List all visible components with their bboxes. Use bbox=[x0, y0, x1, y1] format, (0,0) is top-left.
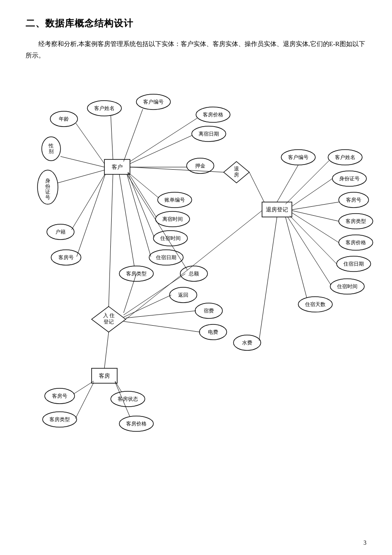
svg-line-2 bbox=[76, 123, 104, 164]
er-diagram: text { font-family: 'SimSun','STSong',se… bbox=[26, 74, 375, 458]
svg-text:水费: 水费 bbox=[242, 340, 252, 346]
svg-text:号: 号 bbox=[45, 194, 50, 200]
svg-line-84 bbox=[288, 217, 331, 285]
svg-line-27 bbox=[130, 118, 197, 162]
svg-text:客房价格: 客房价格 bbox=[346, 240, 366, 246]
svg-text:退: 退 bbox=[234, 166, 239, 172]
svg-text:客房类型: 客房类型 bbox=[49, 416, 70, 422]
intro-paragraph: 经考察和分析,本案例客房管理系统包括以下实体：客户实体、客房实体、操作员实体、退… bbox=[26, 38, 366, 61]
svg-line-58 bbox=[249, 172, 266, 206]
svg-text:客房号: 客房号 bbox=[52, 393, 67, 399]
svg-text:客户姓名: 客户姓名 bbox=[335, 154, 355, 160]
svg-line-72 bbox=[292, 202, 339, 210]
svg-text:客房号: 客房号 bbox=[58, 254, 74, 260]
svg-line-5 bbox=[111, 116, 113, 159]
svg-line-107 bbox=[104, 332, 109, 368]
svg-line-98 bbox=[126, 311, 196, 318]
svg-line-116 bbox=[115, 381, 121, 392]
svg-text:电费: 电费 bbox=[208, 329, 218, 335]
svg-text:客房: 客房 bbox=[99, 373, 110, 379]
svg-text:客房价格: 客房价格 bbox=[126, 421, 147, 427]
svg-text:年龄: 年龄 bbox=[59, 116, 69, 122]
svg-text:客房状态: 客房状态 bbox=[118, 396, 138, 402]
svg-text:房: 房 bbox=[234, 172, 239, 178]
svg-line-39 bbox=[128, 172, 156, 217]
svg-text:住宿天数: 住宿天数 bbox=[305, 301, 326, 307]
svg-text:户籍: 户籍 bbox=[55, 229, 66, 235]
svg-line-75 bbox=[292, 211, 339, 221]
svg-line-69 bbox=[292, 179, 332, 206]
svg-text:客户姓名: 客户姓名 bbox=[94, 105, 115, 111]
svg-text:入 住: 入 住 bbox=[103, 312, 115, 318]
svg-text:客户编号: 客户编号 bbox=[288, 154, 308, 160]
svg-line-66 bbox=[285, 161, 329, 204]
svg-text:客户编号: 客户编号 bbox=[143, 99, 164, 105]
svg-text:总额: 总额 bbox=[188, 271, 199, 277]
svg-text:住宿时间: 住宿时间 bbox=[337, 283, 357, 289]
svg-line-48 bbox=[119, 174, 134, 266]
svg-line-92 bbox=[126, 211, 262, 319]
svg-line-91 bbox=[109, 174, 113, 306]
svg-text:性: 性 bbox=[48, 143, 54, 149]
svg-text:证: 证 bbox=[45, 189, 50, 195]
svg-text:身份证号: 身份证号 bbox=[339, 176, 360, 182]
svg-text:退房登记: 退房登记 bbox=[266, 206, 288, 213]
svg-line-42 bbox=[128, 173, 154, 237]
svg-line-113 bbox=[75, 382, 94, 419]
page-number: 3 bbox=[363, 540, 366, 546]
svg-line-24 bbox=[77, 174, 105, 257]
svg-text:离宿日期: 离宿日期 bbox=[199, 131, 219, 137]
svg-text:离宿时间: 离宿时间 bbox=[162, 216, 183, 222]
svg-line-21 bbox=[72, 174, 105, 230]
svg-line-101 bbox=[124, 321, 200, 332]
svg-text:宿费: 宿费 bbox=[204, 308, 214, 314]
svg-text:登记: 登记 bbox=[104, 319, 114, 325]
svg-line-110 bbox=[74, 381, 94, 394]
entity-customer-label: 客户 bbox=[112, 164, 123, 170]
svg-line-36 bbox=[128, 172, 159, 198]
svg-line-63 bbox=[277, 165, 298, 202]
svg-line-18 bbox=[58, 170, 104, 183]
svg-line-30 bbox=[130, 136, 192, 164]
svg-line-81 bbox=[290, 216, 337, 264]
section-title: 二、数据库概念结构设计 bbox=[26, 17, 366, 30]
svg-text:住宿日期: 住宿日期 bbox=[156, 254, 176, 260]
svg-line-12 bbox=[61, 156, 104, 167]
svg-text:份: 份 bbox=[45, 183, 50, 189]
svg-line-87 bbox=[285, 217, 307, 298]
svg-text:押金: 押金 bbox=[195, 163, 205, 169]
svg-line-8 bbox=[124, 109, 143, 162]
svg-text:身: 身 bbox=[45, 178, 50, 184]
svg-text:客房类型: 客房类型 bbox=[346, 218, 366, 224]
svg-text:别: 别 bbox=[49, 148, 54, 154]
svg-text:客房号: 客房号 bbox=[346, 197, 361, 203]
svg-line-95 bbox=[124, 295, 171, 317]
svg-text:客房价格: 客房价格 bbox=[203, 112, 223, 118]
svg-line-104 bbox=[259, 217, 277, 341]
svg-text:返回: 返回 bbox=[178, 292, 188, 298]
svg-text:住宿日期: 住宿日期 bbox=[343, 261, 364, 267]
svg-text:住宿时间: 住宿时间 bbox=[160, 235, 181, 241]
svg-line-78 bbox=[292, 213, 339, 243]
svg-text:账单编号: 账单编号 bbox=[164, 197, 185, 203]
